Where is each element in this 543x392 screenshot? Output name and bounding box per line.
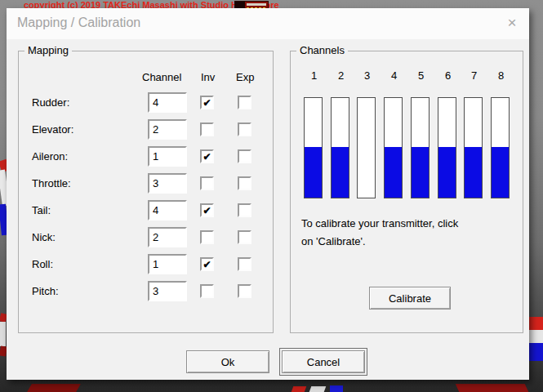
close-icon[interactable]: × <box>498 10 526 36</box>
flag-fragment <box>529 317 543 330</box>
inv-checkbox[interactable] <box>200 230 214 244</box>
mapping-row: Nick: <box>19 227 273 248</box>
exp-checkbox[interactable] <box>238 149 251 163</box>
mapping-groupbox: Mapping Channel Inv Exp Rudder:✔Elevator… <box>18 51 274 333</box>
channel-bar-cell: 7 <box>461 69 487 203</box>
mapping-row-label: Rudder: <box>32 96 69 109</box>
dialog-titlebar: Mapping / Calibration × <box>7 8 529 39</box>
channel-bar-cell: 1 <box>300 69 327 203</box>
flag-fragment <box>529 330 543 343</box>
calibrate-instruction-line2: on 'Calibrate'. <box>301 235 366 247</box>
cancel-button[interactable]: Cancel <box>282 350 365 373</box>
exp-column-header: Exp <box>236 71 254 83</box>
inv-checkbox[interactable] <box>200 122 214 136</box>
flag-fragment <box>0 322 6 346</box>
channel-level-fill <box>412 147 429 198</box>
channel-input[interactable] <box>148 254 187 274</box>
channel-level-bar <box>491 97 510 198</box>
flag-fragment <box>309 386 327 392</box>
mapping-row-label: Pitch: <box>32 285 59 297</box>
inv-checkbox[interactable]: ✔ <box>200 257 214 271</box>
mapping-legend: Mapping <box>24 44 72 56</box>
channel-bar-cell: 2 <box>327 69 354 203</box>
channels-legend: Channels <box>296 44 348 56</box>
inv-column-header: Inv <box>201 71 215 83</box>
channel-bars: 12345678 <box>300 69 516 203</box>
channel-level-fill <box>305 147 322 198</box>
channel-number-label: 7 <box>461 69 487 82</box>
channel-bar-cell: 5 <box>407 69 434 203</box>
mapping-row-label: Tail: <box>32 204 51 216</box>
mapping-row-label: Throttle: <box>32 177 71 189</box>
channel-level-bar <box>304 97 323 198</box>
channel-number-label: 1 <box>300 69 327 82</box>
mapping-row: Throttle: <box>19 173 273 194</box>
channel-number-label: 3 <box>354 69 381 82</box>
channel-level-fill <box>385 147 402 198</box>
channel-input[interactable] <box>148 92 187 113</box>
exp-checkbox[interactable] <box>238 230 251 244</box>
channel-level-bar <box>411 97 430 198</box>
flag-fragment <box>292 386 307 392</box>
channel-bar-cell: 8 <box>487 69 514 203</box>
channel-input[interactable] <box>148 173 187 194</box>
channel-level-bar <box>384 97 403 198</box>
exp-checkbox[interactable] <box>238 96 251 109</box>
mapping-row: Tail:✔ <box>19 200 273 221</box>
mapping-column-headers: Channel Inv Exp <box>19 71 273 84</box>
flag-fragment <box>330 385 343 392</box>
channel-level-bar <box>464 97 483 198</box>
channel-level-fill <box>465 147 482 198</box>
channel-number-label: 4 <box>381 69 407 82</box>
channel-level-fill <box>492 147 509 198</box>
channel-number-label: 6 <box>434 69 461 82</box>
channel-input[interactable] <box>148 119 187 140</box>
channel-bar-cell: 4 <box>381 69 407 203</box>
mapping-row: Roll:✔ <box>19 254 273 275</box>
mapping-row: Aileron:✔ <box>19 146 273 167</box>
channel-input[interactable] <box>148 200 187 220</box>
channel-input[interactable] <box>148 146 187 167</box>
exp-checkbox[interactable] <box>238 122 251 136</box>
inv-checkbox[interactable]: ✔ <box>200 203 214 217</box>
channel-level-fill <box>332 147 349 198</box>
channel-input[interactable] <box>148 227 187 247</box>
channel-number-label: 5 <box>407 69 434 82</box>
inv-checkbox[interactable] <box>200 284 214 298</box>
channel-level-bar <box>331 97 349 198</box>
channel-column-header: Channel <box>142 71 181 83</box>
mapping-row-label: Roll: <box>32 258 53 270</box>
calibrate-button[interactable]: Calibrate <box>369 287 451 310</box>
channel-number-label: 2 <box>327 69 354 82</box>
channel-level-fill <box>438 147 456 198</box>
inv-checkbox[interactable]: ✔ <box>200 96 214 109</box>
mapping-row-label: Elevator: <box>32 123 73 136</box>
exp-checkbox[interactable] <box>238 176 251 190</box>
mapping-row: Elevator: <box>19 119 273 140</box>
mapping-row: Pitch: <box>19 281 273 302</box>
mapping-row: Rudder:✔ <box>19 92 273 114</box>
flag-fragment <box>529 343 543 361</box>
channel-bar-cell: 3 <box>354 69 381 203</box>
mapping-calibration-dialog: Mapping / Calibration × Mapping Channel … <box>7 8 529 380</box>
exp-checkbox[interactable] <box>238 257 251 271</box>
channel-level-bar <box>438 97 456 198</box>
exp-checkbox[interactable] <box>238 203 251 217</box>
inv-checkbox[interactable]: ✔ <box>200 149 214 163</box>
channel-number-label: 8 <box>487 69 514 82</box>
calibrate-instruction-line1: To calibrate your transmitter, click <box>301 217 458 229</box>
channels-groupbox: Channels 12345678 To calibrate your tran… <box>290 51 523 333</box>
channel-input[interactable] <box>148 281 187 301</box>
channel-level-bar <box>357 97 376 198</box>
flag-fragment <box>456 384 529 392</box>
exp-checkbox[interactable] <box>238 284 251 298</box>
channel-bar-cell: 6 <box>434 69 461 203</box>
mapping-row-label: Nick: <box>32 231 56 243</box>
mapping-row-label: Aileron: <box>32 150 68 163</box>
flag-fragment <box>27 384 81 392</box>
ok-button[interactable]: Ok <box>186 350 269 373</box>
dialog-title: Mapping / Calibration <box>17 16 140 30</box>
inv-checkbox[interactable] <box>200 176 214 190</box>
